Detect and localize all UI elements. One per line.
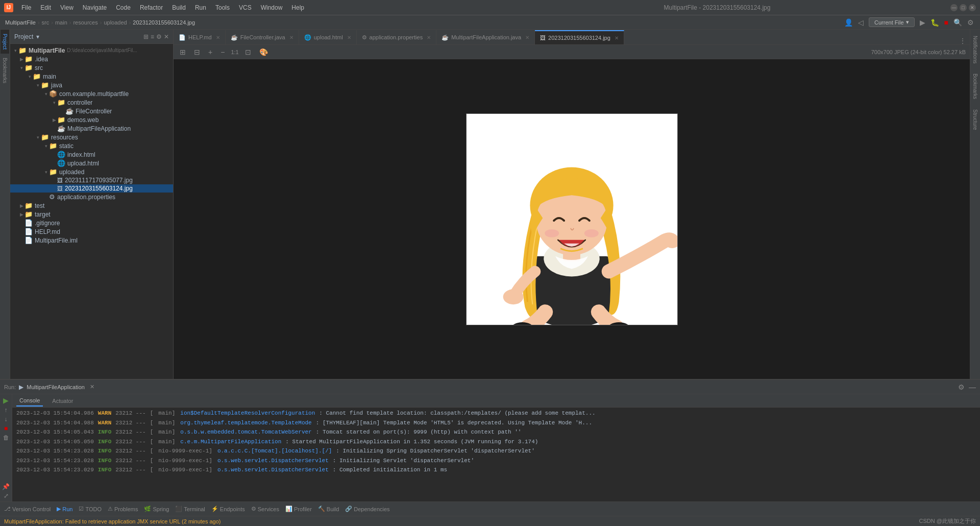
tree-java[interactable]: ▾ 📁 java (10, 81, 173, 89)
menu-view[interactable]: View (56, 3, 78, 12)
zoom-fit-icon[interactable]: ⊞ (178, 47, 188, 57)
tab-multipart-app-close[interactable]: ✕ (525, 35, 529, 40)
tree-multipartapp[interactable]: ☕ MultipartFileApplication (10, 124, 173, 133)
tree-static[interactable]: ▾ 📁 static (10, 141, 173, 150)
zoom-out-icon[interactable]: − (218, 47, 227, 57)
run-icon[interactable]: ▶ (919, 17, 926, 28)
breadcrumb-root[interactable]: MultipartFile (5, 19, 36, 26)
build-btn[interactable]: 🔨 Build (318, 506, 339, 512)
version-control-btn[interactable]: ⎇ Version Control (4, 506, 51, 512)
settings-icon[interactable]: ⚙ (966, 17, 975, 28)
tree-test[interactable]: ▶ 📁 test (10, 201, 173, 210)
tree-gitignore[interactable]: 📄 .gitignore (10, 219, 173, 227)
tree-index[interactable]: 🌐 index.html (10, 150, 173, 159)
run-expand-icon[interactable]: ⤢ (4, 492, 9, 499)
right-tab-bookmarks[interactable]: Bookmarks (971, 69, 979, 103)
scroll-up-icon[interactable]: ↑ (5, 407, 8, 414)
tab-jpg[interactable]: 🖼 20231203155603124.jpg ✕ (535, 30, 624, 44)
current-file-button[interactable]: Current File ▾ (869, 17, 914, 27)
menu-build[interactable]: Build (168, 3, 190, 12)
tab-help-md[interactable]: 📄 HELP.md ✕ (174, 30, 226, 44)
tree-jpg2[interactable]: 🖼 20231203155603124.jpg (10, 184, 173, 193)
spring-btn[interactable]: 🌿 Spring (144, 506, 169, 512)
tree-filecontroller[interactable]: ☕ FileController (10, 107, 173, 115)
breadcrumb-resources[interactable]: resources (73, 19, 97, 26)
tab-app-properties-close[interactable]: ✕ (427, 35, 431, 40)
profile-icon[interactable]: 👤 (843, 17, 854, 28)
console-tab-console[interactable]: Console (16, 395, 43, 407)
sidebar-close-icon[interactable]: ✕ (164, 33, 169, 40)
right-tab-structure[interactable]: Structure (971, 105, 979, 134)
tab-upload-html-close[interactable]: ✕ (347, 35, 351, 40)
tree-demos[interactable]: ▶ 📁 demos.web (10, 115, 173, 124)
run-tab-close[interactable]: ✕ (90, 384, 94, 390)
sidebar-scope-icon[interactable]: ⊞ (143, 33, 149, 40)
tree-root[interactable]: ▾ 📁 MultipartFile D:\idea\code\java\Mult… (10, 46, 173, 55)
sidebar-collapse-icon[interactable]: ≡ (151, 33, 154, 40)
menu-help[interactable]: Help (287, 3, 308, 12)
tab-upload-html[interactable]: 🌐 upload.html ✕ (299, 30, 357, 44)
problems-btn[interactable]: ⚠ Problems (108, 506, 138, 512)
tabs-more-icon[interactable]: ⋮ (960, 37, 966, 44)
breadcrumb-uploaded[interactable]: uploaded (104, 19, 127, 26)
color-picker-icon[interactable]: 🎨 (257, 47, 270, 57)
zoom-in-icon[interactable]: + (206, 47, 214, 57)
menu-tools[interactable]: Tools (211, 3, 234, 12)
close-button[interactable]: ✕ (969, 4, 976, 11)
search-icon[interactable]: 🔍 (952, 17, 963, 28)
tab-app-properties[interactable]: ⚙ application.properties ✕ (357, 30, 437, 44)
right-tab-notifications[interactable]: Notifications (971, 32, 979, 67)
rerun-icon[interactable]: ▶ (3, 396, 9, 404)
edge-tab-project[interactable]: Project (1, 30, 9, 54)
menu-run[interactable]: Run (191, 3, 210, 12)
tree-src[interactable]: ▾ 📁 src (10, 63, 173, 72)
run-settings-icon[interactable]: ⚙ (958, 383, 965, 391)
tab-filecontroller-close[interactable]: ✕ (289, 35, 293, 40)
tree-main[interactable]: ▾ 📁 main (10, 72, 173, 81)
scroll-down-icon[interactable]: ↓ (5, 416, 8, 423)
maximize-button[interactable]: □ (960, 4, 967, 11)
breadcrumb-file[interactable]: 20231203155603124.jpg (133, 19, 195, 26)
tab-jpg-close[interactable]: ✕ (615, 35, 619, 41)
zoom-fit-window-icon[interactable]: ⊡ (243, 47, 253, 57)
tree-jpg1[interactable]: 🖼 20231117170935077.jpg (10, 176, 173, 184)
zoom-grid-icon[interactable]: ⊟ (192, 47, 202, 57)
minimize-button[interactable]: — (950, 4, 958, 11)
services-btn[interactable]: ⚙ Services (251, 506, 279, 512)
menu-window[interactable]: Window (257, 3, 287, 12)
menu-code[interactable]: Code (112, 3, 135, 12)
profiler-btn[interactable]: 📊 Profiler (285, 506, 312, 512)
sidebar-settings-icon[interactable]: ⚙ (156, 33, 162, 40)
menu-vcs[interactable]: VCS (235, 3, 256, 12)
debug-icon[interactable]: 🐛 (929, 17, 940, 28)
tree-upload-html[interactable]: 🌐 upload.html (10, 159, 173, 168)
clear-console-icon[interactable]: 🗑 (3, 434, 9, 441)
back-icon[interactable]: ◁ (857, 17, 865, 28)
menu-edit[interactable]: Edit (36, 3, 55, 12)
tree-app-properties[interactable]: ⚙ application.properties (10, 193, 173, 201)
run-pin-icon[interactable]: 📌 (2, 483, 10, 490)
tree-controller-folder[interactable]: ▾ 📁 controller (10, 98, 173, 107)
tree-resources[interactable]: ▾ 📁 resources (10, 133, 173, 141)
menu-file[interactable]: File (17, 3, 35, 12)
todo-btn[interactable]: ☑ TODO (79, 506, 102, 512)
tree-package[interactable]: ▾ 📦 com.example.multipartfile (10, 89, 173, 98)
menu-navigate[interactable]: Navigate (79, 3, 111, 12)
console-tab-actuator[interactable]: Actuator (49, 396, 76, 406)
project-dropdown-arrow[interactable]: ▾ (36, 33, 39, 40)
tab-multipart-app[interactable]: ☕ MultipartFileApplication.java ✕ (436, 30, 535, 44)
edge-tab-bookmarks[interactable]: Bookmarks (1, 54, 9, 87)
breadcrumb-src[interactable]: src (42, 19, 50, 26)
menu-refactor[interactable]: Refactor (136, 3, 167, 12)
stop-run-icon[interactable]: ■ (4, 425, 8, 432)
dependencies-btn[interactable]: 🔗 Dependencies (345, 506, 389, 512)
tab-help-md-close[interactable]: ✕ (216, 35, 220, 40)
breadcrumb-main[interactable]: main (55, 19, 67, 26)
tree-target[interactable]: ▶ 📁 target (10, 210, 173, 219)
endpoints-btn[interactable]: ⚡ Endpoints (211, 506, 245, 512)
run-minimize-icon[interactable]: — (969, 383, 976, 391)
stop-icon[interactable]: ■ (943, 17, 949, 28)
tree-idea[interactable]: ▶ 📁 .idea (10, 55, 173, 63)
tree-help-md[interactable]: 📄 HELP.md (10, 227, 173, 236)
tree-iml[interactable]: 📄 MultipartFile.iml (10, 236, 173, 245)
